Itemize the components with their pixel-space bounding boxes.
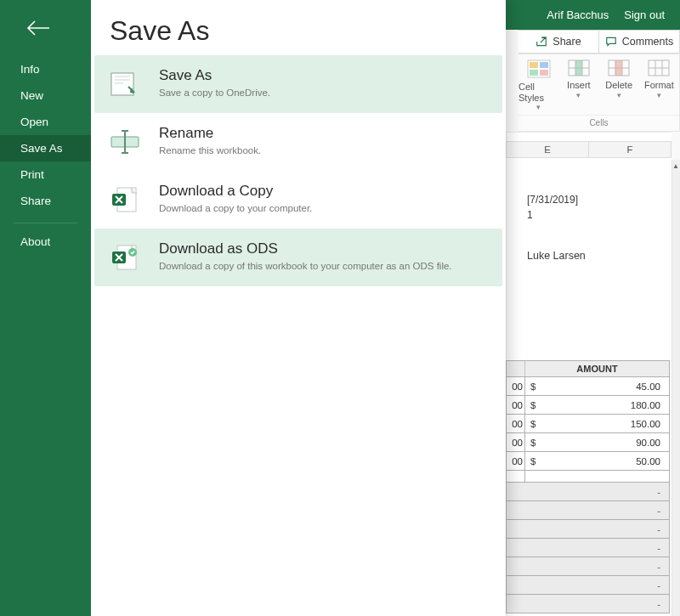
- table-row[interactable]: [506, 471, 670, 483]
- back-arrow-icon: [26, 19, 51, 37]
- svg-rect-14: [615, 60, 622, 76]
- sidebar-item-print[interactable]: Print: [0, 161, 91, 188]
- comments-icon: [605, 36, 617, 48]
- backstage-main: Save As Save As Save a copy to OneDrive.…: [91, 0, 506, 616]
- svg-rect-3: [530, 70, 538, 76]
- share-label: Share: [552, 36, 581, 48]
- option-desc: Rename this workbook.: [159, 145, 261, 155]
- ods-file-icon: [106, 240, 144, 274]
- sidebar-item-about[interactable]: About: [0, 229, 91, 255]
- sign-out-link[interactable]: Sign out: [624, 8, 665, 21]
- cell-styles-label: Cell Styles: [518, 82, 558, 103]
- delete-button[interactable]: Delete ▾: [599, 54, 639, 115]
- table-row[interactable]: -: [506, 520, 670, 539]
- cell-styles-icon: [527, 59, 551, 78]
- row-trail: 00: [507, 415, 525, 432]
- currency: $: [525, 400, 536, 410]
- format-label: Format: [644, 80, 674, 91]
- cell-styles-button[interactable]: Cell Styles ▾: [518, 54, 558, 115]
- delete-icon: [608, 59, 630, 76]
- ribbon-right-buttons: Share Comments: [518, 30, 680, 54]
- option-desc: Save a copy to OneDrive.: [159, 88, 270, 98]
- svg-rect-4: [540, 70, 548, 76]
- page-title: Save As: [91, 15, 506, 55]
- chevron-down-icon: ▾: [657, 91, 661, 99]
- table-row[interactable]: 00 $90.00: [506, 433, 670, 452]
- amount-value: 90.00: [636, 438, 669, 448]
- format-button[interactable]: Format ▾: [639, 54, 679, 115]
- scroll-up-arrow[interactable]: ▲: [672, 160, 680, 172]
- share-button[interactable]: Share: [518, 31, 598, 53]
- table-row[interactable]: 00 $50.00: [506, 452, 670, 471]
- back-button[interactable]: [0, 0, 91, 56]
- table-row[interactable]: -: [506, 576, 670, 595]
- option-download-copy[interactable]: Download a Copy Download a copy to your …: [94, 171, 502, 229]
- table-row[interactable]: -: [506, 539, 670, 557]
- option-title: Rename: [159, 125, 261, 142]
- insert-label: Insert: [567, 80, 591, 91]
- sidebar-item-info[interactable]: Info: [0, 56, 91, 82]
- sidebar-item-new[interactable]: New: [0, 82, 91, 109]
- option-desc: Download a copy of this workbook to your…: [159, 261, 452, 271]
- user-name[interactable]: Arif Bacchus: [547, 8, 609, 21]
- col-header-e[interactable]: E: [506, 142, 588, 157]
- row-trail: 00: [507, 433, 525, 451]
- chevron-down-icon: ▾: [617, 91, 621, 99]
- amount-value: 45.00: [636, 381, 669, 392]
- share-icon: [536, 36, 547, 48]
- col-header-f[interactable]: F: [588, 142, 671, 157]
- comments-button[interactable]: Comments: [598, 31, 679, 53]
- sidebar-item-open[interactable]: Open: [0, 109, 91, 135]
- cell-one: 1: [527, 209, 533, 221]
- currency: $: [525, 419, 536, 429]
- amount-value: 180.00: [631, 400, 669, 410]
- cell-date: [7/31/2019]: [527, 194, 578, 206]
- delete-label: Delete: [605, 80, 632, 91]
- table-row[interactable]: 00 $150.00: [506, 415, 670, 433]
- table-row[interactable]: -: [506, 501, 670, 520]
- row-trail: 00: [507, 396, 525, 414]
- sidebar-item-saveas[interactable]: Save As: [0, 135, 91, 161]
- table-row[interactable]: -: [506, 595, 670, 613]
- option-download-ods[interactable]: Download as ODS Download a copy of this …: [94, 229, 502, 286]
- column-headers: E F: [506, 141, 672, 158]
- chevron-down-icon: ▾: [576, 91, 581, 99]
- option-saveas[interactable]: Save As Save a copy to OneDrive.: [94, 55, 502, 113]
- saveas-icon: [106, 67, 144, 101]
- backstage-panel: Info New Open Save As Print Share About …: [0, 0, 506, 616]
- svg-rect-2: [540, 62, 548, 68]
- row-trail: 00: [507, 452, 525, 470]
- ribbon-group-caption: Cells: [518, 115, 679, 131]
- currency: $: [525, 456, 536, 466]
- ribbon-cells-group: Cell Styles ▾ Insert ▾ Delete ▾ Format ▾: [518, 54, 680, 132]
- table-row[interactable]: 00 $180.00: [506, 396, 670, 415]
- cell-name: Luke Larsen: [527, 250, 586, 262]
- insert-icon: [568, 59, 590, 76]
- insert-button[interactable]: Insert ▾: [558, 54, 598, 115]
- table-row[interactable]: -: [506, 557, 670, 576]
- svg-rect-9: [575, 60, 582, 76]
- row-trail: 00: [507, 377, 525, 395]
- option-rename[interactable]: Rename Rename this workbook.: [94, 113, 502, 171]
- backstage-sidebar: Info New Open Save As Print Share About: [0, 0, 91, 616]
- amount-value: 50.00: [636, 456, 669, 466]
- excel-file-icon: [106, 183, 144, 217]
- amount-value: 150.00: [631, 419, 669, 429]
- currency: $: [525, 438, 536, 448]
- table-row[interactable]: 00 $45.00: [506, 377, 670, 396]
- comments-label: Comments: [622, 36, 673, 48]
- option-title: Download a Copy: [159, 183, 312, 200]
- sidebar-separator: [14, 223, 77, 223]
- option-title: Download as ODS: [159, 240, 452, 257]
- amount-table: AMOUNT 00 $45.00 00 $180.00 00 $150.00 0…: [506, 360, 670, 613]
- amount-header: AMOUNT: [525, 361, 669, 376]
- svg-rect-1: [530, 62, 538, 68]
- option-title: Save As: [159, 67, 270, 84]
- sidebar-item-share[interactable]: Share: [0, 188, 91, 214]
- format-icon: [648, 59, 670, 76]
- table-row[interactable]: -: [506, 483, 670, 501]
- vertical-scrollbar[interactable]: ▲: [672, 160, 680, 616]
- currency: $: [525, 381, 536, 392]
- chevron-down-icon: ▾: [536, 103, 541, 111]
- rename-icon: [106, 125, 144, 159]
